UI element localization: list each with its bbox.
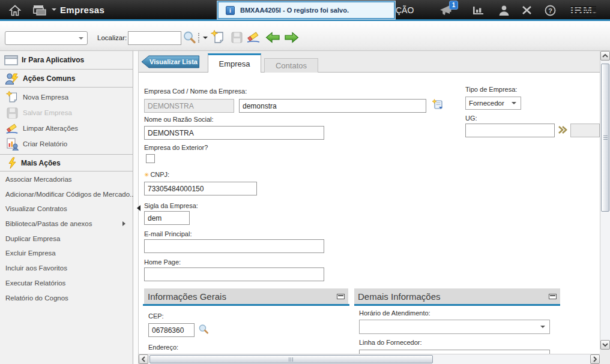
horario-select[interactable] [359,320,550,334]
crossover-chevrons-icon[interactable] [558,125,568,134]
ug-input[interactable] [465,124,555,137]
help-icon[interactable]: ? [542,2,558,18]
next-record-button[interactable] [283,29,299,45]
collapse-left-icon [134,205,140,211]
ibm-logo: IBM® [570,5,596,17]
scroll-right-button[interactable] [590,354,600,364]
sigla-input[interactable] [144,211,190,225]
section-demais-informacoes: Demais Informações [354,288,560,304]
razao-social-input[interactable] [144,126,324,140]
tab-strip: Visualizar Lista Empresa Contatos [139,51,600,73]
tab-empresa[interactable]: Empresa [208,53,261,73]
clear-changes-button[interactable] [246,29,261,45]
home-icon[interactable] [7,2,23,18]
empresa-nome-input[interactable] [239,99,426,113]
cep-input[interactable] [148,323,195,337]
tipo-empresa-select[interactable]: Fornecedor [465,97,521,110]
tipo-empresa-label: Tipo de Empresa: [465,86,517,93]
eraser-icon [246,31,261,44]
search-options-caret[interactable] [203,37,208,41]
search-button[interactable] [181,29,197,45]
window-icon [4,55,18,65]
razao-social-label: Nome ou Razão Social: [144,116,214,123]
section-underline [143,304,349,306]
cep-search-button[interactable] [198,324,209,335]
view-list-button[interactable]: Visualizar Lista [140,55,200,68]
toolbar: Localizar: [0,21,610,51]
section-informacoes-gerais: Informações Gerais [144,288,348,304]
empresa-cod-input[interactable] [144,99,234,113]
search-icon [198,324,209,335]
sigla-label: Sigla da Empresa: [144,202,198,209]
notifications-button[interactable]: 1 [436,2,453,18]
sidebar-item-associar-mercadorias[interactable]: Associar Mercadorias [0,172,133,187]
new-record-button[interactable] [210,29,226,45]
sidebar-item-excluir-empresa[interactable]: Excluir Empresa [0,246,133,261]
reports-icon[interactable] [471,2,486,18]
chevron-down-icon [512,102,516,107]
sidebar-item-incluir-aos-favoritos[interactable]: Incluir aos Favoritos [0,261,133,276]
chevron-down-icon [79,37,83,42]
close-icon[interactable] [519,2,534,18]
scroll-up-button[interactable] [600,51,610,61]
search-icon [183,31,196,44]
sidebar-item-nova-empresa[interactable]: Nova Empresa [0,89,133,105]
ug-secondary-input [570,124,600,137]
submenu-arrow-icon [122,221,128,226]
vertical-scroll-thumb[interactable] [601,64,609,212]
cnpj-label: ✳CNPJ: [144,171,169,178]
cnpj-input[interactable] [144,182,257,195]
sidebar-collapse-handle[interactable] [134,51,139,364]
applications-menu-icon[interactable] [31,2,49,18]
sidebar-item-biblioteca-pastas-anexos[interactable]: Biblioteca/Pastas de anexos [0,216,133,231]
scroll-left-button[interactable] [139,354,148,364]
sidebar-item-limpar-alteracoes[interactable]: Limpar Alterações [0,121,133,136]
sidebar-item-go-to-applications[interactable]: Ir Para Aplicativos [0,51,133,70]
required-icon: ✳ [144,172,149,178]
arrow-right-icon [284,31,299,44]
sidebar-item-duplicar-empresa[interactable]: Duplicar Empresa [0,231,133,246]
svg-text:Visualizar Lista: Visualizar Lista [149,58,198,65]
user-icon[interactable] [496,2,512,18]
save-icon [7,107,18,119]
sidebar-item-relatorio-do-cognos[interactable]: Relatório do Cognos [0,291,133,306]
email-input[interactable] [144,239,324,253]
scrollbar-corner [600,350,610,364]
sidebar-item-adicionar-modificar-codigos[interactable]: Adicionar/Modificar Códigos de Mercado..… [0,187,133,202]
previous-record-button[interactable] [265,29,280,45]
empresa-exterior-checkbox[interactable] [146,154,155,163]
applications-caret-icon[interactable] [52,8,56,13]
ug-label: UG: [465,115,477,122]
email-label: E-mail Principal: [144,230,192,237]
sidebar-item-salvar-empresa[interactable]: Salvar Empresa [0,105,133,121]
empresa-cod-label: Empresa Cod / Nome da Empresa: [144,88,247,95]
endereco-label: Endereço: [148,344,178,351]
save-button[interactable] [229,29,244,45]
sidebar-item-criar-relatorio[interactable]: Criar Relatório [0,136,133,152]
sidebar-item-executar-relatorios[interactable]: Executar Relatórios [0,276,133,291]
scroll-down-button[interactable] [600,340,610,350]
vertical-scrollbar[interactable] [600,51,610,350]
info-icon: i [226,6,235,15]
minimize-icon[interactable] [549,294,557,299]
minimize-icon[interactable] [337,294,345,299]
horizontal-scroll-thumb[interactable] [149,355,433,363]
horizontal-scrollbar[interactable] [139,354,600,364]
sidebar-header-more-actions: Mais Ações [0,154,133,172]
find-input[interactable] [128,31,181,45]
sidebar-item-visualizar-contratos[interactable]: Visualizar Contratos [0,201,133,216]
new-record-icon [6,91,19,104]
system-message: i BMXAA4205I - O registro foi salvo. [217,1,395,19]
new-record-icon [211,30,225,44]
empresa-exterior-label: Empresa do Exterior? [144,144,208,151]
saved-query-dropdown[interactable] [5,31,88,45]
partial-navigation-label: ÇÃO [396,5,414,15]
detail-menu-button[interactable] [432,99,444,110]
tab-contatos[interactable]: Contatos [264,58,318,73]
detail-menu-icon [432,99,444,110]
eraser-icon [5,122,19,135]
report-icon [6,138,19,151]
sidebar: Ir Para Aplicativos Ações Comuns Nova Em… [0,51,133,364]
arrow-left-icon [265,31,280,44]
homepage-input[interactable] [144,267,324,281]
